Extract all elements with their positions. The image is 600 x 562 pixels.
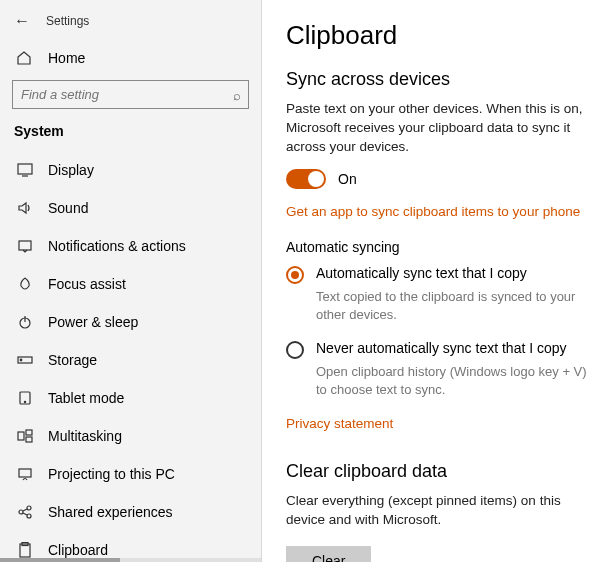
svg-point-14: [27, 506, 31, 510]
sidebar-item-sound[interactable]: Sound: [0, 189, 261, 227]
get-app-link[interactable]: Get an app to sync clipboard items to yo…: [286, 204, 580, 219]
multitasking-icon: [16, 427, 34, 445]
svg-point-13: [19, 510, 23, 514]
radio-auto-sync[interactable]: Automatically sync text that I copy: [286, 265, 600, 284]
sidebar-item-tablet-mode[interactable]: Tablet mode: [0, 379, 261, 417]
clipboard-icon: [16, 541, 34, 558]
sidebar-item-label: Power & sleep: [48, 314, 138, 330]
shared-icon: [16, 503, 34, 521]
svg-point-8: [24, 401, 25, 402]
svg-rect-12: [19, 469, 31, 477]
radio-label: Automatically sync text that I copy: [316, 265, 527, 281]
sidebar-item-storage[interactable]: Storage: [0, 341, 261, 379]
sidebar-item-shared-experiences[interactable]: Shared experiences: [0, 493, 261, 531]
svg-rect-2: [19, 241, 31, 250]
sidebar-item-label: Tablet mode: [48, 390, 124, 406]
svg-line-17: [23, 513, 27, 515]
sidebar-item-label: Shared experiences: [48, 504, 173, 520]
svg-point-6: [20, 359, 22, 361]
svg-rect-11: [26, 437, 32, 442]
search-input[interactable]: [12, 80, 249, 109]
sidebar-item-display[interactable]: Display: [0, 151, 261, 189]
sidebar-item-label: Notifications & actions: [48, 238, 186, 254]
sidebar-header: ← Settings: [0, 8, 261, 40]
display-icon: [16, 161, 34, 179]
sidebar-item-label: Focus assist: [48, 276, 126, 292]
sidebar-item-focus-assist[interactable]: Focus assist: [0, 265, 261, 303]
clear-description: Clear everything (except pinned items) o…: [286, 492, 600, 530]
search-wrap: ⌕: [12, 80, 249, 109]
projecting-icon: [16, 465, 34, 483]
sidebar-item-label: Storage: [48, 352, 97, 368]
home-icon: [16, 50, 34, 66]
svg-rect-0: [18, 164, 32, 174]
tablet-icon: [16, 389, 34, 407]
radio-auto-sync-desc: Text copied to the clipboard is synced t…: [316, 288, 600, 324]
search-icon: ⌕: [233, 87, 241, 102]
power-icon: [16, 313, 34, 331]
radio-never-sync[interactable]: Never automatically sync text that I cop…: [286, 340, 600, 359]
sidebar-home[interactable]: Home: [0, 40, 261, 76]
sidebar-item-projecting[interactable]: Projecting to this PC: [0, 455, 261, 493]
radio-icon: [286, 341, 304, 359]
svg-point-15: [27, 514, 31, 518]
clear-heading: Clear clipboard data: [286, 461, 600, 482]
main-panel: Clipboard Sync across devices Paste text…: [262, 0, 600, 562]
sidebar-home-label: Home: [48, 50, 85, 66]
sidebar-item-power-sleep[interactable]: Power & sleep: [0, 303, 261, 341]
svg-rect-10: [26, 430, 32, 435]
sidebar-item-multitasking[interactable]: Multitasking: [0, 417, 261, 455]
sidebar-item-label: Sound: [48, 200, 88, 216]
storage-icon: [16, 351, 34, 369]
sync-toggle-label: On: [338, 171, 357, 187]
sidebar-item-notifications[interactable]: Notifications & actions: [0, 227, 261, 265]
clear-button[interactable]: Clear: [286, 546, 371, 562]
sidebar-item-label: Projecting to this PC: [48, 466, 175, 482]
radio-never-sync-desc: Open clipboard history (Windows logo key…: [316, 363, 600, 399]
svg-line-16: [23, 509, 27, 511]
sidebar-scrollbar[interactable]: [0, 558, 261, 562]
sync-toggle[interactable]: [286, 169, 326, 189]
sidebar: ← Settings Home ⌕ System Display Sound: [0, 0, 262, 562]
window-title: Settings: [46, 14, 89, 28]
scrollbar-thumb[interactable]: [0, 558, 120, 562]
auto-sync-heading: Automatic syncing: [286, 239, 600, 255]
sidebar-nav-list: Display Sound Notifications & actions Fo…: [0, 151, 261, 558]
auto-sync-radio-group: Automatically sync text that I copy Text…: [286, 265, 600, 400]
notifications-icon: [16, 237, 34, 255]
sound-icon: [16, 199, 34, 217]
sync-heading: Sync across devices: [286, 69, 600, 90]
privacy-link[interactable]: Privacy statement: [286, 416, 393, 431]
sidebar-item-label: Multitasking: [48, 428, 122, 444]
back-icon[interactable]: ←: [14, 12, 30, 30]
radio-icon: [286, 266, 304, 284]
radio-label: Never automatically sync text that I cop…: [316, 340, 567, 356]
focus-assist-icon: [16, 275, 34, 293]
sidebar-item-label: Display: [48, 162, 94, 178]
page-title: Clipboard: [286, 20, 600, 51]
sync-description: Paste text on your other devices. When t…: [286, 100, 600, 157]
svg-rect-9: [18, 432, 24, 440]
sidebar-item-clipboard[interactable]: Clipboard: [0, 531, 261, 558]
sidebar-section-heading: System: [0, 119, 261, 151]
sidebar-item-label: Clipboard: [48, 542, 108, 558]
sync-toggle-row: On: [286, 169, 600, 189]
